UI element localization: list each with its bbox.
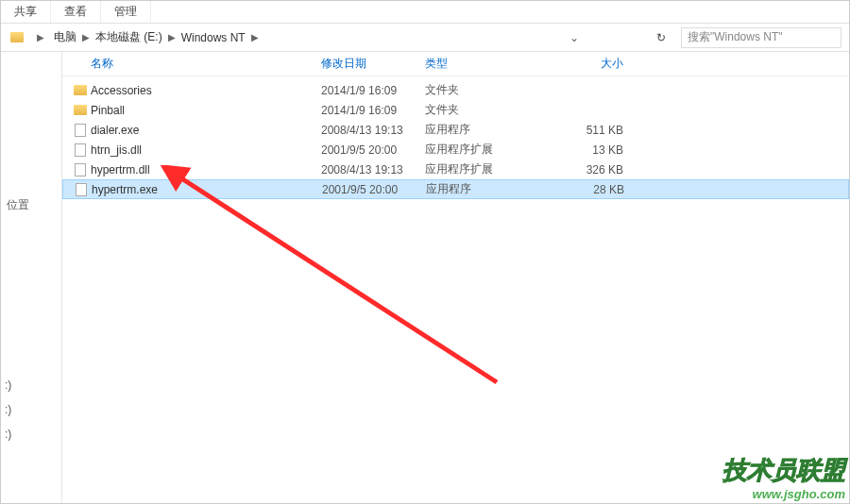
side-status-icons: :):):) [5, 373, 11, 446]
header-name[interactable]: 名称 [91, 56, 321, 72]
column-headers: 名称 修改日期 类型 大小 [62, 52, 849, 76]
tab-view[interactable]: 查看 [51, 1, 101, 23]
file-name: hypertrm.exe [92, 183, 322, 196]
crumb-computer[interactable]: 电脑 [54, 29, 76, 45]
watermark-title: 技术员联盟 [722, 454, 845, 487]
sidebar-location[interactable]: 位置 [1, 193, 61, 217]
annotation-arrow [157, 165, 553, 429]
folder-icon [8, 30, 26, 45]
file-type: 应用程序扩展 [425, 142, 548, 158]
file-name: dialer.exe [91, 124, 321, 137]
file-icon [72, 143, 89, 158]
file-date: 2008/4/13 19:13 [321, 124, 425, 137]
svg-line-0 [176, 175, 497, 382]
file-row[interactable]: htrn_jis.dll2001/9/5 20:00应用程序扩展13 KB [62, 140, 849, 160]
file-type: 应用程序 [426, 181, 549, 197]
crumb-disk[interactable]: 本地磁盘 (E:) [95, 29, 162, 45]
file-date: 2014/1/9 16:09 [321, 104, 425, 117]
refresh-button[interactable]: ↻ [651, 27, 672, 48]
chevron-right-icon: ▶ [82, 32, 90, 42]
file-row[interactable]: Pinball2014/1/9 16:09文件夹 [62, 100, 849, 120]
file-size: 326 KB [548, 163, 623, 176]
tab-share[interactable]: 共享 [1, 1, 51, 23]
folder-icon [72, 103, 89, 118]
header-type[interactable]: 类型 [425, 56, 548, 72]
file-icon [72, 162, 89, 177]
file-date: 2001/9/5 20:00 [322, 183, 426, 196]
file-size: 28 KB [549, 183, 624, 196]
crumb-folder[interactable]: Windows NT [181, 31, 246, 44]
file-name: Accessories [91, 84, 321, 97]
file-date: 2001/9/5 20:00 [321, 143, 425, 157]
watermark: 技术员联盟 www.jsgho.com [722, 454, 845, 501]
file-type: 文件夹 [425, 82, 548, 98]
file-name: htrn_jis.dll [91, 143, 321, 157]
file-row[interactable]: hypertrm.exe2001/9/5 20:00应用程序28 KB [62, 179, 849, 199]
header-size[interactable]: 大小 [548, 56, 623, 72]
folder-icon [72, 83, 89, 98]
file-date: 2014/1/9 16:09 [321, 84, 425, 97]
breadcrumb[interactable]: 电脑 ▶ 本地磁盘 (E:) ▶ Windows NT ▶ ⌄ [54, 27, 647, 48]
file-icon [73, 182, 90, 197]
chevron-right-icon: ▶ [251, 32, 259, 42]
file-row[interactable]: hypertrm.dll2008/4/13 19:13应用程序扩展326 KB [62, 160, 849, 179]
file-name: hypertrm.dll [91, 163, 321, 176]
file-size: 13 KB [548, 143, 623, 157]
file-type: 文件夹 [425, 102, 548, 118]
dropdown-icon[interactable]: ⌄ [567, 31, 582, 44]
file-name: Pinball [91, 104, 321, 117]
file-type: 应用程序扩展 [425, 161, 548, 177]
file-date: 2008/4/13 19:13 [321, 163, 425, 176]
file-size: 511 KB [548, 124, 623, 137]
file-row[interactable]: Accessories2014/1/9 16:09文件夹 [62, 80, 849, 100]
search-input[interactable]: 搜索"Windows NT" [681, 27, 842, 48]
watermark-url: www.jsgho.com [722, 487, 845, 501]
file-row[interactable]: dialer.exe2008/4/13 19:13应用程序511 KB [62, 120, 849, 140]
file-icon [72, 123, 89, 138]
tab-manage[interactable]: 管理 [101, 1, 151, 23]
chevron-right-icon: ▶ [168, 32, 176, 42]
header-date[interactable]: 修改日期 [321, 56, 425, 72]
chevron-right-icon: ▶ [37, 32, 44, 42]
file-type: 应用程序 [425, 122, 548, 138]
